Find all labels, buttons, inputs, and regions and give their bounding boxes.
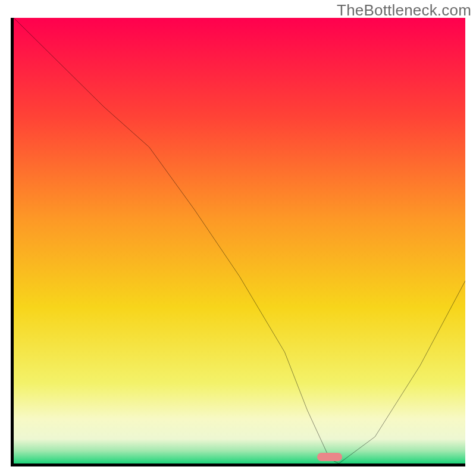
optimum-marker bbox=[317, 453, 342, 461]
watermark-text: TheBottleneck.com bbox=[337, 1, 471, 20]
plot-area bbox=[14, 18, 465, 464]
bottleneck-curve bbox=[14, 18, 465, 464]
bottleneck-chart: TheBottleneck.com bbox=[0, 0, 476, 476]
